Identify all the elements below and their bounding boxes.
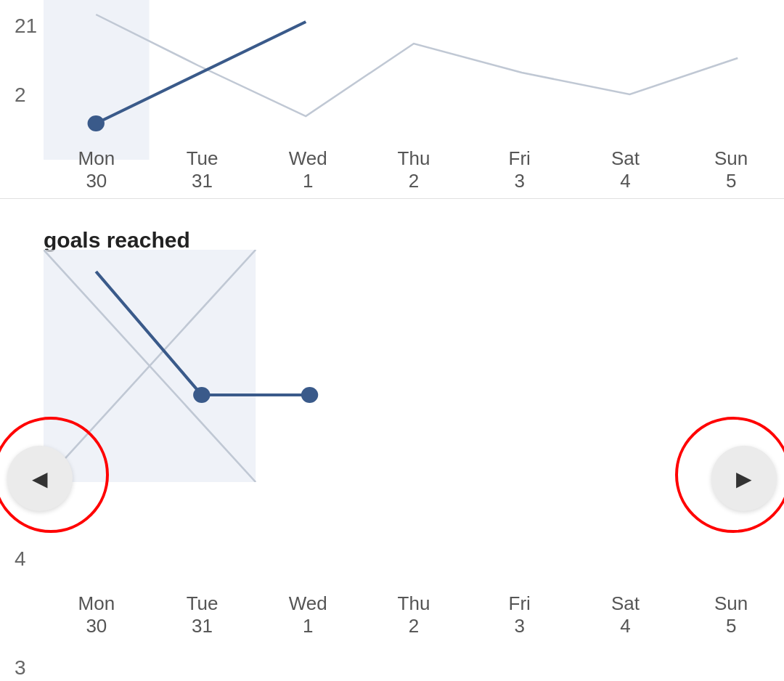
- svg-point-6: [301, 387, 318, 403]
- bottom-x-label-wed1: Wed 1: [255, 592, 361, 637]
- top-y-label-21: 21: [15, 15, 37, 38]
- next-nav-button[interactable]: ▶: [711, 446, 777, 511]
- left-arrow-icon: ◀: [32, 467, 48, 491]
- bottom-x-axis: Mon 30 Tue 31 Wed 1 Thu 2 Fri 3 Sat 4: [44, 592, 784, 637]
- previous-nav-button[interactable]: ◀: [7, 446, 73, 511]
- bottom-chart-svg: [44, 250, 784, 482]
- top-x-label-tue31: Tue 31: [150, 147, 256, 192]
- svg-point-1: [88, 115, 105, 131]
- top-y-label-2: 2: [15, 83, 26, 107]
- bottom-x-label-sun5: Sun 5: [678, 592, 784, 637]
- bottom-chart-section: goals reached 4 3 2 Mon 30 Tue: [0, 199, 784, 681]
- bottom-x-label-fri3: Fri 3: [467, 592, 573, 637]
- page-container: 21 2 Mon 30 Tue 31: [0, 0, 784, 681]
- top-chart-svg: [44, 0, 784, 160]
- bottom-x-label-thu2: Thu 2: [361, 592, 467, 637]
- top-x-label-sun5: Sun 5: [678, 147, 784, 192]
- top-chart-section: 21 2 Mon 30 Tue 31: [0, 0, 784, 199]
- top-x-axis: Mon 30 Tue 31 Wed 1 Thu 2 Fri 3 Sat 4: [44, 147, 784, 192]
- bottom-x-label-mon30: Mon 30: [44, 592, 150, 637]
- top-x-label-fri3: Fri 3: [467, 147, 573, 192]
- top-x-label-sat4: Sat 4: [573, 147, 679, 192]
- bottom-x-label-sat4: Sat 4: [573, 592, 679, 637]
- top-x-label-thu2: Thu 2: [361, 147, 467, 192]
- top-x-label-mon30: Mon 30: [44, 147, 150, 192]
- right-arrow-icon: ▶: [736, 467, 752, 491]
- svg-rect-0: [44, 0, 150, 160]
- bottom-y-label-4: 4: [15, 547, 26, 571]
- svg-point-5: [193, 387, 210, 403]
- top-x-label-wed1: Wed 1: [255, 147, 361, 192]
- bottom-y-label-3: 3: [15, 656, 26, 680]
- bottom-x-label-tue31: Tue 31: [150, 592, 256, 637]
